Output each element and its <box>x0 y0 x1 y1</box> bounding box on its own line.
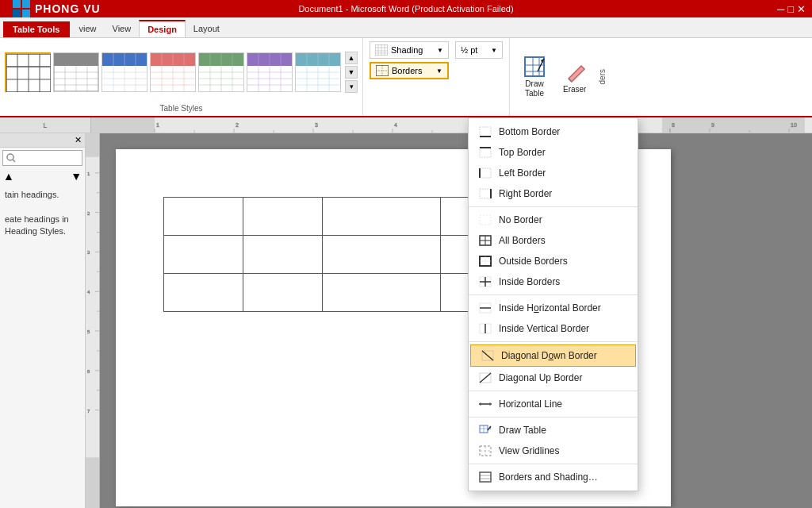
svg-text:1: 1 <box>156 122 159 128</box>
style-item-7[interactable] <box>295 52 341 92</box>
horizontal-ruler: 1 2 3 4 5 6 7 9 10 8 <box>91 117 812 133</box>
logo-area: PHONG VU <box>6 0 107 17</box>
sidebar-panel: ✕ ▲ ▼ tain headings. eate headings inHea… <box>0 133 86 508</box>
main-content-area: ✕ ▲ ▼ tain headings. eate headings inHea… <box>0 133 812 508</box>
style-item-6[interactable] <box>247 52 293 92</box>
table-tools-tab[interactable]: Table Tools <box>3 21 70 37</box>
menu-divider-3 <box>469 341 638 342</box>
sidebar-search[interactable] <box>2 150 82 166</box>
menu-divider-1 <box>469 206 638 207</box>
top-border-icon <box>478 146 492 159</box>
menu-item-borders-shading[interactable]: Borders and Shading… <box>469 467 638 487</box>
borders-shading-label: Borders and Shading… <box>499 471 598 483</box>
eraser-btn[interactable]: Eraser <box>556 49 593 105</box>
menu-item-bottom-border[interactable]: Bottom Border <box>469 121 638 142</box>
left-border-icon <box>478 167 492 179</box>
svg-rect-129 <box>480 168 491 178</box>
tab-layout[interactable]: Layout <box>186 20 228 37</box>
borders-dropdown-menu: Bottom Border Top Border Left Border Rig… <box>468 117 638 491</box>
style-item-1[interactable] <box>5 52 51 92</box>
menu-divider-4 <box>469 391 638 391</box>
svg-marker-68 <box>569 66 584 82</box>
menu-item-right-border[interactable]: Right Border <box>469 183 638 204</box>
style-item-4[interactable] <box>150 52 196 92</box>
table-cell[interactable] <box>322 236 441 274</box>
ruler-corner: L <box>0 117 91 133</box>
menu-item-all-borders[interactable]: All Borders <box>469 230 638 251</box>
menu-item-horizontal-line[interactable]: Horizontal Line <box>469 394 638 414</box>
menu-item-diagonal-down[interactable]: Diagonal Down Border <box>470 344 636 367</box>
menu-item-outside-borders[interactable]: Outside Borders <box>469 251 638 271</box>
table-cell[interactable] <box>322 274 441 312</box>
borders-label: Borders <box>392 66 423 75</box>
gallery-more[interactable]: ▾ <box>345 80 358 93</box>
borders-dropdown-btn[interactable]: Borders ▼ <box>370 62 449 79</box>
title-bar: PHONG VU Document1 - Microsoft Word (Pro… <box>0 0 812 17</box>
borders-shading-icon <box>478 471 492 483</box>
close-btn[interactable]: ✕ <box>797 3 806 15</box>
svg-rect-131 <box>480 189 491 198</box>
view-gridlines-icon <box>478 444 492 457</box>
menu-item-draw-table[interactable]: Draw Table <box>469 420 638 441</box>
bottom-border-label: Bottom Border <box>499 126 560 137</box>
sidebar-nav-arrows: ▲ ▼ <box>0 168 85 184</box>
table-cell[interactable] <box>322 198 441 236</box>
svg-text:3: 3 <box>315 122 318 128</box>
table-cell[interactable] <box>164 198 243 236</box>
nav-down-btn[interactable]: ▼ <box>71 170 82 183</box>
tab-view2[interactable]: View <box>105 20 140 37</box>
menu-item-view-gridlines[interactable]: View Gridlines <box>469 441 638 461</box>
document-area[interactable] <box>100 133 812 508</box>
diagonal-down-label: Diagonal Down Border <box>501 350 597 361</box>
pt-selector[interactable]: ½ pt ▼ <box>455 41 503 59</box>
style-item-5[interactable] <box>198 52 244 92</box>
inside-h-border-label: Inside Horizontal Border <box>499 302 601 314</box>
maximize-btn[interactable]: □ <box>787 3 794 15</box>
no-border-icon <box>478 214 492 226</box>
view-gridlines-label: View Gridlines <box>499 445 559 456</box>
menu-item-inside-borders[interactable]: Inside Borders <box>469 271 638 292</box>
shading-dropdown[interactable]: Shading ▼ <box>370 41 449 59</box>
menu-item-no-border[interactable]: No Border <box>469 210 638 230</box>
nav-up-btn[interactable]: ▲ <box>3 170 14 183</box>
svg-rect-7 <box>54 53 98 66</box>
horizontal-line-label: Horizontal Line <box>499 398 562 410</box>
sidebar-close-btn[interactable]: ✕ <box>75 135 82 145</box>
table-cell[interactable] <box>164 274 243 312</box>
tab-view1[interactable]: view <box>71 20 105 37</box>
svg-rect-162 <box>480 472 491 482</box>
menu-item-inside-v-border[interactable]: Inside Vertical Border <box>469 318 638 339</box>
tab-design[interactable]: Design <box>139 20 186 37</box>
borders-arrow: ▼ <box>436 67 442 75</box>
table-cell[interactable] <box>243 236 322 274</box>
svg-rect-125 <box>480 127 491 137</box>
shading-arrow: ▼ <box>437 47 443 54</box>
style-item-2[interactable] <box>53 52 99 92</box>
shading-icon <box>375 44 388 56</box>
ribbon-tabs-bar: Table Tools view View Design Layout <box>0 17 812 38</box>
draw-table-menu-label: Draw Table <box>499 425 546 436</box>
draw-table-menu-icon <box>478 424 492 437</box>
menu-item-diagonal-up[interactable]: Diagonal Up Border <box>469 368 638 388</box>
gallery-scroll-btns: ▲ ▼ ▾ <box>345 52 358 93</box>
table-cell[interactable] <box>243 198 322 236</box>
svg-point-101 <box>7 154 13 160</box>
menu-item-left-border[interactable]: Left Border <box>469 163 638 183</box>
svg-line-102 <box>13 160 15 162</box>
menu-item-inside-h-border[interactable]: Inside Horizontal Border <box>469 298 638 318</box>
gallery-scroll-down[interactable]: ▼ <box>345 66 358 79</box>
gallery-scroll-up[interactable]: ▲ <box>345 52 358 64</box>
table-cell[interactable] <box>164 236 243 274</box>
draw-table-btn[interactable]: DrawTable <box>516 49 553 105</box>
style-item-3[interactable] <box>102 52 147 92</box>
svg-text:8: 8 <box>672 122 675 128</box>
svg-rect-133 <box>480 215 491 225</box>
horizontal-line-icon <box>478 398 492 410</box>
document-title: Document1 - Microsoft Word (Product Acti… <box>298 4 513 13</box>
minimize-btn[interactable]: ─ <box>777 3 784 15</box>
svg-rect-127 <box>480 148 491 157</box>
all-borders-icon <box>478 234 492 247</box>
table-cell[interactable] <box>243 274 322 312</box>
menu-item-top-border[interactable]: Top Border <box>469 142 638 163</box>
eraser-icon <box>564 61 586 83</box>
